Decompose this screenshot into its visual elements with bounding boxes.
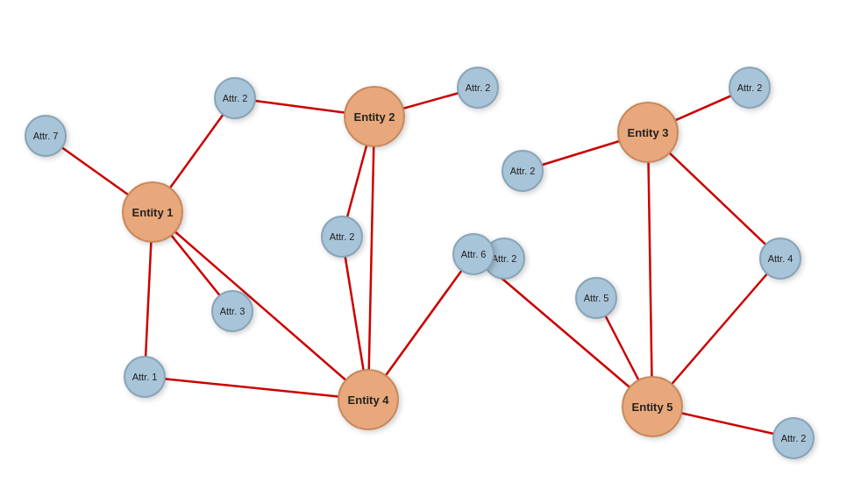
attribute-node[interactable]: Attr. 2 — [457, 67, 499, 109]
svg-line-8 — [368, 117, 374, 400]
attribute-node[interactable]: Attr. 2 — [214, 77, 256, 119]
attribute-node[interactable]: Attr. 6 — [452, 233, 494, 275]
attribute-node[interactable]: Attr. 5 — [575, 277, 617, 319]
attribute-node[interactable]: Attr. 3 — [211, 290, 253, 332]
attribute-node[interactable]: Attr. 2 — [502, 150, 544, 192]
entity-node[interactable]: Entity 2 — [344, 86, 405, 147]
attribute-node[interactable]: Attr. 2 — [321, 216, 363, 258]
attribute-node[interactable]: Attr. 4 — [759, 237, 801, 280]
entity-node[interactable]: Entity 4 — [338, 369, 399, 430]
graph-container: Attr. 7Attr. 2Attr. 2Attr. 2Attr. 2Attr.… — [0, 0, 868, 482]
attribute-node[interactable]: Attr. 1 — [124, 356, 166, 398]
svg-line-11 — [145, 377, 368, 400]
attribute-node[interactable]: Attr. 2 — [729, 67, 771, 109]
attribute-node[interactable]: Attr. 2 — [772, 417, 815, 459]
attribute-node[interactable]: Attr. 7 — [25, 115, 67, 157]
svg-line-17 — [648, 132, 652, 407]
entity-node[interactable]: Entity 1 — [122, 181, 183, 243]
entity-node[interactable]: Entity 3 — [617, 102, 679, 163]
entity-node[interactable]: Entity 5 — [622, 376, 683, 437]
